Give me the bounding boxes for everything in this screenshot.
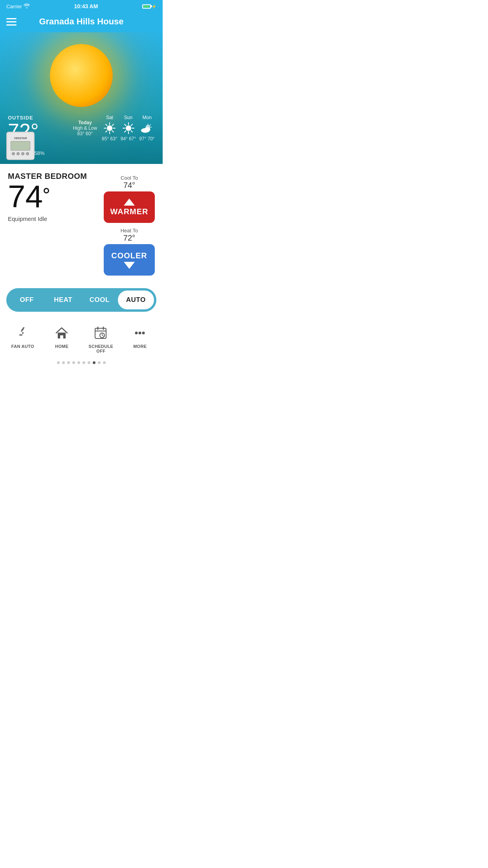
today-temps: 83° 60° (73, 131, 97, 136)
nav-more[interactable]: MORE (121, 324, 160, 353)
equipment-status: Equipment Idle (8, 215, 104, 222)
status-bar: Carrier 10:43 AM ⚡ (0, 0, 163, 13)
carrier-label: Carrier (6, 4, 22, 9)
svg-point-35 (142, 332, 145, 335)
dot-9 (98, 361, 101, 364)
control-buttons: Cool To 74° WARMER Heat To 72° COOLER (104, 172, 155, 276)
nav-home[interactable]: HOME (42, 324, 82, 353)
dot-10 (103, 361, 106, 364)
mode-auto[interactable]: AUTO (118, 291, 154, 309)
more-label: MORE (133, 344, 147, 349)
sun-temps: 94° 67° (121, 136, 136, 142)
mode-off[interactable]: OFF (9, 291, 45, 309)
main-section: MASTER BEDROOM 74 Equipment Idle Cool To… (0, 164, 163, 282)
weather-forecast: Today High & Low 83° 60° Sat (49, 115, 155, 142)
battery-indicator: ⚡ (142, 4, 156, 9)
nav-schedule[interactable]: SCHEDULE OFF (81, 324, 121, 353)
svg-line-6 (112, 131, 114, 132)
cooler-arrow-icon (124, 262, 135, 269)
svg-point-0 (107, 125, 112, 131)
forecast-today: Today High & Low 83° 60° (73, 120, 97, 136)
svg-line-20 (150, 125, 151, 125)
cooler-group: Heat To 72° COOLER (104, 228, 155, 276)
app-title: Granada Hills House (39, 17, 123, 27)
bottom-nav: FAN AUTO HOME SCHEDULE OFF (0, 318, 163, 357)
warmer-button[interactable]: WARMER (104, 191, 155, 223)
nav-fan-auto[interactable]: FAN AUTO (3, 324, 42, 353)
sat-temps: 85° 63° (102, 136, 117, 142)
mode-selector: OFF HEAT COOL AUTO (6, 288, 156, 312)
svg-point-9 (126, 125, 131, 131)
sun-icon (50, 44, 113, 107)
mon-temps: 97° 70° (139, 136, 155, 142)
outside-label: OUTSIDE (8, 115, 44, 121)
forecast-sun: Sun 94° 67° (121, 115, 136, 142)
more-icon (131, 324, 149, 342)
degree-circle (44, 188, 49, 193)
forecast-sat: Sat 85° 63° (102, 115, 117, 142)
status-left: Carrier (6, 4, 30, 9)
svg-point-23 (144, 127, 150, 132)
cool-to-label: Cool To 74° (121, 175, 138, 190)
fan-icon (14, 324, 31, 342)
charging-icon: ⚡ (152, 4, 156, 9)
cool-temp-value: 74° (121, 181, 138, 190)
svg-line-32 (102, 335, 103, 336)
heat-to-text: Heat To (121, 228, 138, 234)
today-sublabel: High & Low (73, 125, 97, 131)
fan-auto-label: FAN AUTO (11, 344, 34, 349)
sat-icon (103, 122, 116, 134)
today-label: Today (73, 120, 97, 125)
dot-7 (88, 361, 90, 364)
mode-heat[interactable]: HEAT (45, 291, 82, 309)
svg-rect-25 (60, 335, 63, 338)
schedule-label: SCHEDULE OFF (88, 344, 113, 353)
current-temp-display: 74 (8, 181, 104, 212)
heat-temp-value: 72° (121, 234, 138, 243)
svg-line-5 (106, 124, 107, 126)
warmer-arrow-icon (124, 199, 135, 206)
cooler-label: COOLER (111, 251, 147, 260)
sun-weather-icon (122, 122, 135, 134)
svg-line-8 (106, 131, 107, 132)
temp-left: MASTER BEDROOM 74 Equipment Idle (8, 172, 104, 222)
sun-label: Sun (124, 115, 132, 120)
svg-line-16 (131, 124, 132, 126)
dot-4 (72, 361, 75, 364)
app-header: Granada Hills House (0, 13, 163, 32)
mode-cool[interactable]: COOL (81, 291, 118, 309)
home-label: HOME (55, 344, 68, 349)
mon-cloud-sun-icon (141, 122, 153, 134)
temp-display-row: MASTER BEDROOM 74 Equipment Idle Cool To… (8, 172, 155, 276)
heat-to-label: Heat To 72° (121, 228, 138, 243)
thermostat-device-image: VENSTAR (6, 132, 35, 160)
menu-button[interactable] (6, 18, 17, 26)
home-icon (53, 324, 70, 342)
svg-line-17 (125, 131, 126, 132)
dot-3 (67, 361, 70, 364)
dot-1 (57, 361, 60, 364)
weather-section: OUTSIDE 72° Sunny Humidity is 58% Today … (0, 32, 163, 164)
warmer-group: Cool To 74° WARMER (104, 175, 155, 223)
forecast-mon: Mon 97° 70° (139, 115, 155, 142)
sun-display (8, 36, 155, 115)
cool-to-text: Cool To (121, 175, 138, 181)
status-right: ⚡ (142, 4, 156, 9)
warmer-label: WARMER (110, 207, 148, 216)
svg-point-34 (139, 332, 141, 335)
schedule-icon (92, 324, 110, 342)
sat-label: Sat (106, 115, 113, 120)
mon-label: Mon (143, 115, 152, 120)
svg-line-14 (125, 124, 126, 126)
svg-point-33 (135, 332, 138, 335)
dot-2 (62, 361, 65, 364)
status-time: 10:43 AM (74, 3, 98, 9)
dot-5 (77, 361, 80, 364)
battery-icon (142, 4, 151, 9)
cooler-button[interactable]: COOLER (104, 244, 155, 276)
wifi-icon (24, 4, 30, 9)
dot-6 (83, 361, 85, 364)
svg-line-7 (112, 124, 114, 126)
dot-8 (93, 361, 95, 364)
current-temp-value: 74 (8, 181, 43, 212)
